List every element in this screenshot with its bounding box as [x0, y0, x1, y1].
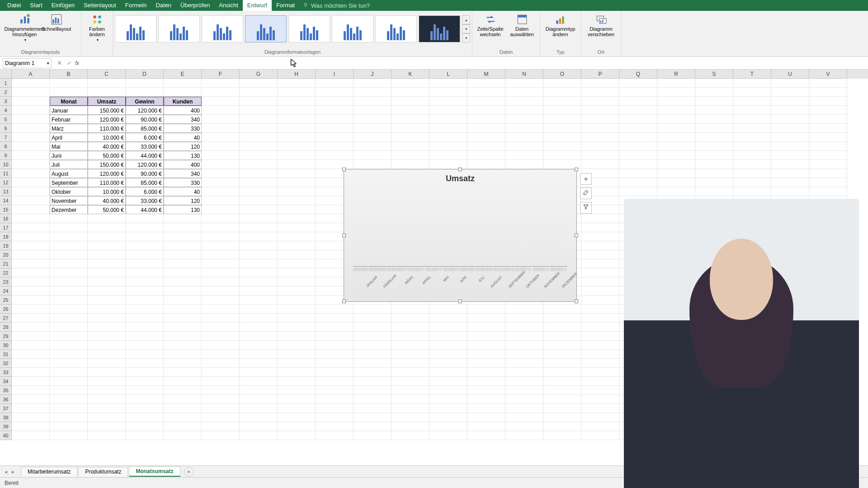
- cell[interactable]: [202, 232, 240, 241]
- cell[interactable]: [240, 413, 278, 422]
- cell[interactable]: [809, 178, 847, 187]
- cell[interactable]: [809, 151, 847, 160]
- cell[interactable]: [429, 314, 467, 323]
- cell[interactable]: 40.000 €: [88, 142, 126, 151]
- cell[interactable]: [733, 88, 771, 97]
- column-header[interactable]: S: [695, 70, 733, 79]
- cell[interactable]: [467, 350, 505, 359]
- cell[interactable]: [50, 368, 88, 377]
- cell[interactable]: [354, 79, 392, 88]
- cell[interactable]: 120.000 €: [88, 115, 126, 124]
- cell[interactable]: [88, 332, 126, 341]
- sheet-tab-1[interactable]: Mitarbeiterumsatz: [21, 467, 77, 476]
- cell[interactable]: [354, 160, 392, 169]
- cell[interactable]: [809, 106, 847, 115]
- cell[interactable]: [240, 359, 278, 368]
- cell[interactable]: [581, 241, 619, 250]
- cell[interactable]: [392, 133, 429, 142]
- row-header[interactable]: 32: [0, 359, 12, 368]
- cell[interactable]: [316, 106, 354, 115]
- quick-layout-button[interactable]: Schnelllayout: [41, 13, 72, 45]
- cell[interactable]: [657, 124, 695, 133]
- cell[interactable]: [771, 115, 809, 124]
- resize-handle-se[interactable]: [575, 300, 578, 303]
- column-header[interactable]: G: [240, 70, 278, 79]
- column-header[interactable]: K: [392, 70, 429, 79]
- cell[interactable]: [543, 350, 581, 359]
- cell[interactable]: [126, 88, 164, 97]
- cell[interactable]: [354, 368, 392, 377]
- cell[interactable]: [202, 286, 240, 296]
- cell[interactable]: [429, 368, 467, 377]
- chart-style-4[interactable]: [245, 15, 287, 42]
- cell[interactable]: [12, 97, 50, 106]
- cell[interactable]: [240, 223, 278, 232]
- tell-me-search[interactable]: Was möchten Sie tun?: [303, 2, 370, 9]
- cell[interactable]: [12, 187, 50, 196]
- cell[interactable]: [278, 169, 316, 178]
- cell[interactable]: [126, 341, 164, 350]
- cell[interactable]: [392, 431, 429, 440]
- cell[interactable]: [467, 314, 505, 323]
- cell[interactable]: [467, 79, 505, 88]
- chart-style-8[interactable]: [419, 15, 460, 42]
- cell[interactable]: [316, 359, 354, 368]
- cell[interactable]: [240, 250, 278, 259]
- cell[interactable]: [278, 377, 316, 386]
- cell[interactable]: [12, 431, 50, 440]
- cell[interactable]: [467, 359, 505, 368]
- cell[interactable]: [12, 106, 50, 115]
- row-header[interactable]: 15: [0, 205, 12, 214]
- cell[interactable]: [392, 124, 429, 133]
- cell[interactable]: [354, 386, 392, 395]
- cell[interactable]: [240, 97, 278, 106]
- row-header[interactable]: 8: [0, 142, 12, 151]
- cell[interactable]: [505, 142, 543, 151]
- chart-plot-area[interactable]: 150.000 €120.000 €110.000 €10.000 €40.00…: [353, 185, 567, 267]
- row-header[interactable]: 24: [0, 286, 12, 296]
- cell[interactable]: [429, 323, 467, 332]
- cell[interactable]: [429, 124, 467, 133]
- cell[interactable]: [392, 115, 429, 124]
- cell[interactable]: Oktober: [50, 187, 88, 196]
- cell[interactable]: [278, 296, 316, 305]
- cell[interactable]: [581, 250, 619, 259]
- cell[interactable]: [429, 142, 467, 151]
- cell[interactable]: [543, 106, 581, 115]
- cell[interactable]: [88, 241, 126, 250]
- row-header[interactable]: 29: [0, 332, 12, 341]
- cell[interactable]: [505, 97, 543, 106]
- cell[interactable]: Gewinn: [126, 97, 164, 106]
- gallery-scroll-down[interactable]: ▾: [462, 24, 470, 33]
- cell[interactable]: [316, 395, 354, 404]
- chart-style-1[interactable]: [115, 15, 156, 42]
- cell[interactable]: [12, 350, 50, 359]
- chart-elements-button[interactable]: ＋: [580, 173, 592, 185]
- cell[interactable]: [278, 431, 316, 440]
- cell[interactable]: März: [50, 124, 88, 133]
- column-header[interactable]: O: [543, 70, 581, 79]
- cell[interactable]: [354, 323, 392, 332]
- add-chart-element-button[interactable]: Diagrammelement hinzufügen▾: [9, 13, 40, 45]
- cell[interactable]: [50, 259, 88, 268]
- cell[interactable]: [126, 359, 164, 368]
- cell[interactable]: [316, 404, 354, 413]
- cell[interactable]: [278, 413, 316, 422]
- chart-style-6[interactable]: [332, 15, 373, 42]
- cell[interactable]: [619, 160, 657, 169]
- cell[interactable]: [771, 97, 809, 106]
- row-header[interactable]: 33: [0, 368, 12, 377]
- chart-style-5[interactable]: [288, 15, 330, 42]
- cell[interactable]: [12, 88, 50, 97]
- tab-file[interactable]: Datei: [3, 0, 25, 11]
- cell[interactable]: August: [50, 169, 88, 178]
- cell[interactable]: [202, 305, 240, 314]
- cell[interactable]: [581, 160, 619, 169]
- cell[interactable]: [467, 88, 505, 97]
- chart-style-2[interactable]: [158, 15, 200, 42]
- cell[interactable]: 120.000 €: [126, 160, 164, 169]
- cell[interactable]: [278, 214, 316, 223]
- cell[interactable]: [354, 97, 392, 106]
- cell[interactable]: [126, 332, 164, 341]
- cell[interactable]: [240, 268, 278, 277]
